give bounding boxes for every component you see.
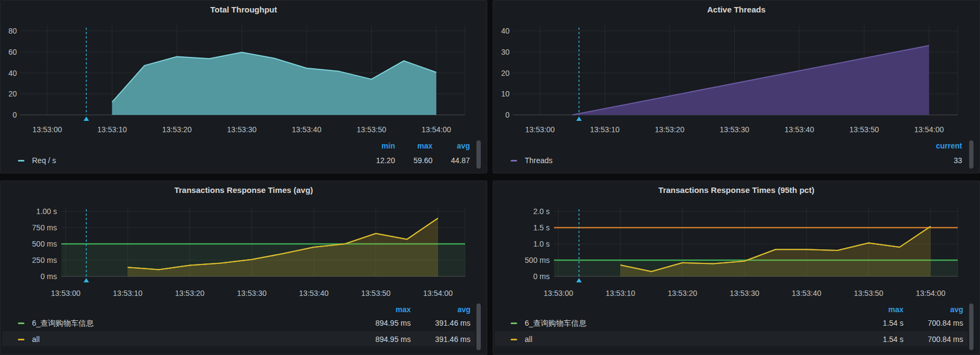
legend-scrollbar[interactable] [969, 140, 973, 169]
x-tick-label: 13:53:20 [647, 125, 692, 134]
x-tick-label: 13:53:40 [784, 289, 829, 298]
x-tick-label: 13:53:50 [846, 289, 892, 298]
panel-response-times-avg: Transactions Response Times (avg) 0 ms25… [0, 180, 487, 355]
x-tick-label: 13:53:30 [219, 125, 265, 134]
legend-scrollbar[interactable] [969, 304, 973, 350]
stat-max: 59.60 [413, 156, 432, 165]
legend-scrollbar[interactable] [476, 140, 481, 169]
legend-col-min[interactable]: min [381, 141, 395, 150]
legend-series-label[interactable]: all [525, 335, 532, 344]
x-tick-label: 13:53:20 [167, 289, 213, 298]
x-tick-label: 13:53:30 [712, 125, 758, 134]
stat-avg: 700.84 ms [928, 319, 963, 327]
x-tick-label: 13:53:10 [105, 289, 150, 298]
series-color-dash [511, 339, 517, 340]
legend-col-max[interactable]: max [888, 305, 903, 314]
stat-max: 1.54 s [883, 335, 903, 344]
y-tick-label: 500 ms [493, 256, 553, 264]
stat-max: 1.54 s [883, 319, 903, 327]
series-color-dash [18, 322, 24, 324]
x-tick-label: 13:53:00 [43, 289, 88, 298]
y-tick-label: 0 ms [1, 272, 60, 281]
throughput-chart[interactable] [1, 1, 487, 173]
stat-max: 894.95 ms [376, 319, 411, 327]
legend-series-label[interactable]: all [32, 335, 40, 344]
x-tick-label: 13:53:10 [90, 125, 135, 134]
panel-response-times-95pct: Transactions Response Times (95th pct) 0… [493, 180, 980, 355]
x-tick-label: 13:53:10 [582, 125, 628, 134]
y-tick-label: 250 ms [1, 256, 60, 264]
y-tick-label: 1.5 s [493, 223, 553, 232]
stat-min: 12.20 [376, 156, 395, 165]
grafana-dashboard: Total Throughput 020406080 13:53:0013:53… [0, 0, 980, 355]
x-tick-label: 13:53:00 [517, 125, 563, 134]
stat-max: 894.95 ms [376, 335, 411, 344]
x-tick-label: 13:54:00 [413, 125, 459, 134]
legend-col-max[interactable]: max [396, 305, 411, 314]
threads-chart[interactable] [493, 1, 980, 173]
y-tick-label: 80 [1, 27, 20, 35]
legend-scrollbar[interactable] [476, 304, 481, 350]
panel-active-threads: Active Threads 010203040 13:53:0013:53:1… [493, 0, 980, 173]
stat-avg: 44.87 [451, 156, 470, 165]
y-tick-label: 10 [493, 89, 513, 98]
y-tick-label: 0 [1, 111, 20, 119]
x-tick-label: 13:54:00 [908, 289, 953, 298]
x-tick-label: 13:53:00 [24, 125, 70, 134]
y-tick-label: 1.00 s [1, 207, 60, 216]
x-tick-label: 13:53:50 [842, 125, 887, 134]
stat-avg: 700.84 ms [928, 335, 963, 344]
legend-col-max[interactable]: max [417, 141, 432, 150]
y-tick-label: 60 [1, 48, 20, 56]
series-color-dash [511, 322, 517, 324]
x-tick-label: 13:53:20 [154, 125, 200, 134]
response-95pct-chart[interactable] [493, 181, 980, 355]
legend-series-label[interactable]: 6_查询购物车信息 [32, 319, 94, 327]
x-tick-label: 13:53:50 [349, 125, 394, 134]
x-tick-label: 13:53:40 [291, 289, 336, 298]
y-tick-label: 40 [493, 27, 513, 35]
legend-series-label[interactable]: Req / s [32, 156, 56, 165]
x-tick-label: 13:54:00 [906, 125, 952, 134]
series-color-dash [511, 160, 517, 162]
x-tick-label: 13:53:30 [229, 289, 275, 298]
panel-total-throughput: Total Throughput 020406080 13:53:0013:53… [0, 0, 487, 173]
y-tick-label: 2.0 s [493, 207, 553, 216]
x-tick-label: 13:53:30 [722, 289, 767, 298]
y-tick-label: 0 [493, 111, 513, 119]
y-tick-label: 1.0 s [493, 240, 553, 248]
legend-col-avg[interactable]: avg [457, 141, 470, 150]
x-tick-label: 13:53:00 [536, 289, 581, 298]
x-tick-label: 13:53:40 [284, 125, 329, 134]
y-tick-label: 0 ms [493, 272, 553, 281]
legend-col-current[interactable]: current [936, 141, 962, 150]
y-tick-label: 40 [1, 69, 20, 78]
series-color-dash [18, 160, 24, 162]
legend-col-avg[interactable]: avg [457, 305, 470, 314]
x-tick-label: 13:53:20 [660, 289, 705, 298]
x-tick-label: 13:53:10 [597, 289, 643, 298]
series-color-dash [18, 339, 24, 340]
y-tick-label: 30 [493, 48, 513, 56]
stat-avg: 391.46 ms [435, 319, 470, 327]
y-tick-label: 750 ms [1, 223, 60, 232]
stat-avg: 391.46 ms [435, 335, 470, 344]
legend-series-label[interactable]: 6_查询购物车信息 [525, 319, 587, 327]
legend-series-label[interactable]: Threads [525, 156, 552, 165]
stat-current: 33 [953, 156, 962, 165]
legend-col-avg[interactable]: avg [950, 305, 963, 314]
response-avg-chart[interactable] [1, 181, 487, 355]
x-tick-label: 13:53:40 [777, 125, 822, 134]
x-tick-label: 13:53:50 [353, 289, 399, 298]
y-tick-label: 500 ms [1, 240, 60, 248]
x-tick-label: 13:54:00 [415, 289, 461, 298]
y-tick-label: 20 [493, 69, 513, 78]
y-tick-label: 20 [1, 89, 20, 98]
